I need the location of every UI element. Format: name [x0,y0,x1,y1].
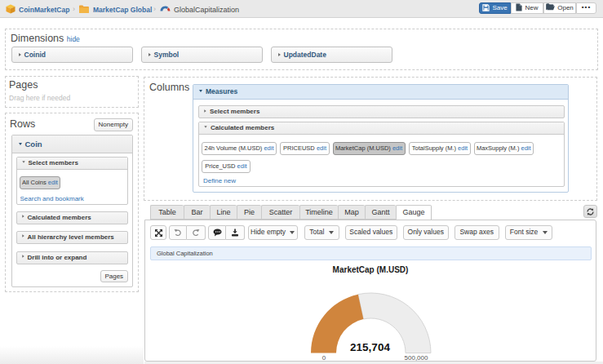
svg-text:215,704: 215,704 [350,341,390,353]
